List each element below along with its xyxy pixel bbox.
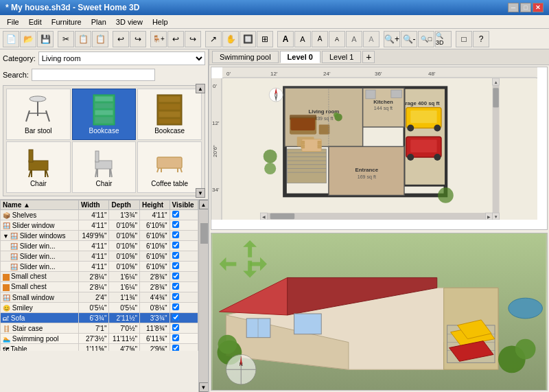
table-row[interactable]: 🪟 Slider win... 4'11" 0'10⅝" 6'10⅝"	[1, 241, 198, 251]
table-row[interactable]: 🪟 Slider window 4'11" 0'10⅝" 6'10⅝"	[1, 220, 198, 231]
table-row-swimming-pool[interactable]: 🏊 Swimming pool 27'3½" 11'11½" 6'11¾"	[1, 334, 198, 344]
close-button[interactable]: ✕	[533, 3, 544, 12]
open-button[interactable]: 📂	[20, 31, 36, 47]
add-furniture-button[interactable]: 🪑+	[150, 31, 167, 47]
row-width: 1'11⅝"	[78, 344, 109, 351]
col-width[interactable]: Width	[78, 200, 109, 210]
row-visible[interactable]	[170, 292, 198, 303]
table-row-staircase[interactable]: 🪜 Stair case 7'1" 7'0½" 11'8¾"	[1, 323, 198, 334]
new-button[interactable]: 📄	[3, 31, 19, 47]
row-visible[interactable]	[170, 282, 198, 292]
help-button[interactable]: ?	[473, 31, 489, 47]
row-height: 0'8¼"	[140, 303, 170, 313]
svg-line-28	[157, 168, 159, 172]
row-visible[interactable]	[170, 262, 198, 272]
svg-text:36': 36'	[375, 71, 382, 77]
redo-button[interactable]: ↪	[130, 31, 146, 47]
row-depth: 1'6¼"	[109, 282, 140, 292]
furniture-item-chair1[interactable]: Chair	[6, 141, 71, 193]
furniture-item-bookcase2[interactable]: Bookcase	[137, 89, 202, 140]
zoom-in-button[interactable]: 🔍+	[384, 31, 400, 47]
row-visible[interactable]	[170, 323, 198, 334]
add-level-button[interactable]: +	[362, 51, 375, 63]
tab-level1[interactable]: Level 1	[322, 51, 361, 63]
grid-scroll-up[interactable]: ▲	[196, 84, 205, 93]
save-button[interactable]: 💾	[37, 31, 54, 47]
pan-button[interactable]: ✋	[222, 31, 239, 47]
text-a5[interactable]: A	[346, 31, 362, 47]
furniture-table-scroll[interactable]: Name ▲ Width Depth Height Visible 📦 Shel…	[0, 200, 198, 351]
table-scroll-up[interactable]: ▲	[199, 200, 209, 209]
row-visible[interactable]	[170, 241, 198, 251]
furniture-item-chair2[interactable]: Chair	[72, 141, 137, 193]
text-a3[interactable]: A	[312, 31, 328, 47]
row-depth: 4'7⅝"	[109, 344, 140, 351]
table-row[interactable]: 🪟 Slider win... 4'11" 0'10⅝" 6'10⅝"	[1, 251, 198, 262]
table-row-small-chest2[interactable]: Small chest 2'8¼" 1'6¼" 2'8¾"	[1, 282, 198, 292]
svg-rect-92	[318, 141, 322, 145]
view-3d[interactable]: N	[211, 233, 548, 391]
svg-rect-16	[29, 150, 33, 162]
flip-button[interactable]: ↪	[185, 31, 201, 47]
col-depth[interactable]: Depth	[109, 200, 140, 210]
plan-canvas[interactable]: Garage 400 sq ft Living room 339 sq f	[222, 78, 537, 220]
furniture-item-barstool[interactable]: Bar stool	[6, 89, 71, 140]
row-name: 🪟 Slider window	[1, 220, 79, 231]
text-a4[interactable]: A	[329, 31, 345, 47]
menu-edit[interactable]: Edit	[25, 17, 46, 27]
table-row-small-window[interactable]: 🪟 Small window 2'4" 1'1¾" 4'4¾"	[1, 292, 198, 303]
furniture-item-bookcase1[interactable]: Bookcase	[72, 89, 137, 140]
create-rooms-button[interactable]: ⊞	[257, 31, 273, 47]
row-visible[interactable]	[170, 313, 198, 323]
row-visible[interactable]	[170, 344, 198, 351]
grid-scroll-down[interactable]: ▼	[196, 188, 205, 198]
text-a6[interactable]: A	[363, 31, 379, 47]
furniture-item-coffeetable[interactable]: Coffee table	[137, 141, 202, 193]
table-row-sofa[interactable]: 🛋 Sofa 6'3¾" 2'11½" 3'3¾"	[1, 313, 198, 323]
minimize-button[interactable]: ─	[508, 3, 519, 12]
zoom-fit-button[interactable]: 🔍□	[418, 31, 434, 47]
menu-file[interactable]: File	[3, 17, 23, 27]
col-name[interactable]: Name ▲	[1, 200, 79, 210]
select-button[interactable]: ↗	[205, 31, 222, 47]
table-row-small-chest1[interactable]: Small chest 2'8¼" 1'6¼" 2'8¾"	[1, 272, 198, 282]
row-height: 3'3¾"	[140, 313, 170, 323]
search-input[interactable]	[32, 69, 155, 81]
zoom-out-button[interactable]: 🔍-	[401, 31, 417, 47]
maximize-button[interactable]: □	[520, 3, 531, 12]
copy-button[interactable]: 📋	[75, 31, 91, 47]
text-a2[interactable]: A	[294, 31, 311, 47]
cut-button[interactable]: ✂	[58, 31, 74, 47]
menu-3dview[interactable]: 3D view	[112, 17, 147, 27]
floor-plan[interactable]: 0' 12' 24' 36' 48' 0' 12' 20'6" 34'	[211, 67, 548, 230]
row-visible[interactable]	[170, 272, 198, 282]
table-row-table[interactable]: 🗺 Table 1'11⅝" 4'7⅝" 2'9⅝"	[1, 344, 198, 351]
table-row[interactable]: 📦 Shelves 4'11" 1'3¾" 4'11"	[1, 210, 198, 220]
row-visible[interactable]	[170, 334, 198, 344]
row-visible[interactable]	[170, 303, 198, 313]
zoom-3d-button[interactable]: 🔍3D	[435, 31, 452, 47]
menu-furniture[interactable]: Furniture	[47, 17, 86, 27]
category-select[interactable]: Living room Bedroom Kitchen Bathroom	[38, 51, 205, 65]
create-walls-button[interactable]: 🔲	[240, 31, 256, 47]
row-width: 7'1"	[78, 323, 109, 334]
tab-swimming-pool[interactable]: Swimming pool	[212, 51, 279, 63]
table-row[interactable]: 🪟 Slider win... 4'11" 0'10⅝" 6'10⅝"	[1, 262, 198, 272]
row-visible[interactable]	[170, 251, 198, 262]
col-height[interactable]: Height	[140, 200, 170, 210]
menu-plan[interactable]: Plan	[87, 17, 110, 27]
row-visible[interactable]	[170, 231, 198, 241]
menu-help[interactable]: Help	[148, 17, 172, 27]
row-visible[interactable]	[170, 220, 198, 231]
undo-button[interactable]: ↩	[113, 31, 129, 47]
tab-level0[interactable]: Level 0	[280, 51, 320, 63]
table-row-smiley[interactable]: 😊 Smiley 0'5¼" 0'5¼" 0'8¼"	[1, 303, 198, 313]
col-visible[interactable]: Visible	[170, 200, 198, 210]
paste-button[interactable]: 📋	[92, 31, 108, 47]
row-visible[interactable]	[170, 210, 198, 220]
table-row[interactable]: ▼🪟 Slider windows 149'9⅝" 0'10⅝" 6'10⅝"	[1, 231, 198, 241]
table-scroll-down[interactable]: ▼	[199, 382, 209, 392]
rotate-button[interactable]: ↩	[167, 31, 184, 47]
text-tool[interactable]: A	[277, 31, 294, 47]
preferences-button[interactable]: □	[456, 31, 472, 47]
